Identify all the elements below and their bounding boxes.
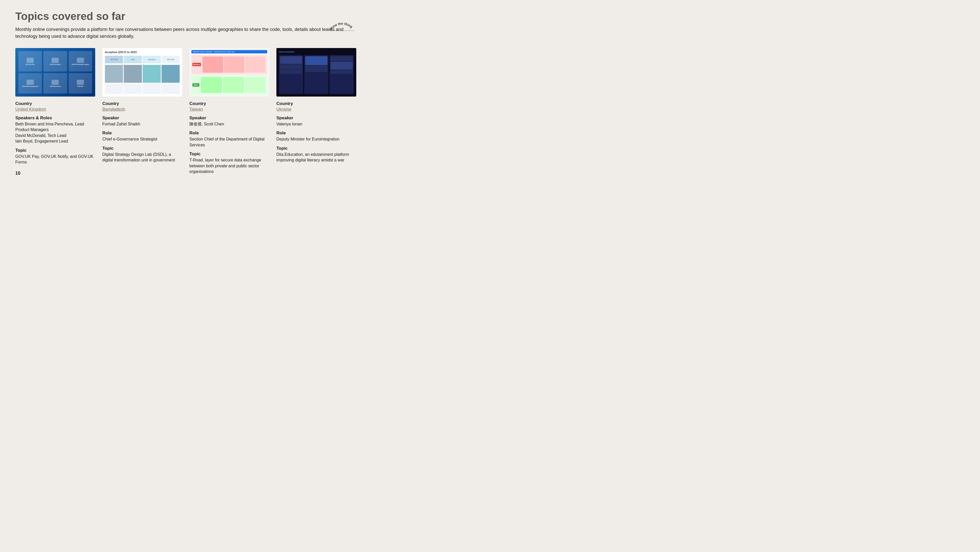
bd-seg-4: 2021-2022	[162, 56, 180, 63]
bd-seg-2: 2018	[124, 56, 142, 63]
ua-header-text: Diia ecosystem	[279, 51, 354, 53]
topic-section-tw: Topic T-Road, layer for secure data exch…	[189, 152, 269, 174]
country-label-uk: Country	[15, 101, 95, 106]
topic-label-tw: Topic	[189, 152, 269, 156]
topic-text-ua: Diia.Education, an edutainment platform …	[277, 152, 356, 163]
bd-timeline-title: Inception (2017) to 2023	[105, 51, 180, 54]
card-uk-content: Country United Kingdom Speakers & Roles …	[15, 101, 95, 176]
topic-label-bd: Topic	[102, 146, 182, 151]
topic-label-uk: Topic	[15, 148, 95, 153]
page-number: 10	[15, 171, 95, 176]
topic-text-tw: T-Road, layer for secure data exchange b…	[189, 157, 269, 174]
role-text-tw: Section Chief of the Department of Digit…	[189, 136, 269, 148]
country-section-ua: Country Ukraine	[277, 101, 356, 112]
speakers-text-uk: Beth Brown and Irina Pencheva, Lead Prod…	[15, 121, 95, 144]
card-uk: GOV.UK Pay GOV.UK Notify GOV.UK Design S…	[15, 48, 95, 176]
topic-section-ua: Topic Diia.Education, an edutainment pla…	[277, 146, 356, 163]
page-subtitle: Monthly online convenings provide a plat…	[15, 26, 347, 40]
topic-text-uk: GOV.UK Pay, GOV.UK Notify, and GOV.UK Fo…	[15, 154, 95, 165]
role-section-tw: Role Section Chief of the Department of …	[189, 131, 269, 148]
speaker-text-ua: Valeriya Ionan	[277, 121, 356, 127]
card-image-ua: Diia ecosystem	[277, 48, 356, 97]
card-tw-content: Country Taiwan Speaker 陳俊傑, Scott Chen R…	[189, 101, 269, 174]
role-section-ua: Role Deputy Minister for Eurointegration	[277, 131, 356, 142]
role-section-bd: Role Chief e-Governance Strategist	[102, 131, 182, 142]
role-label-ua: Role	[277, 131, 356, 136]
card-tw: MyData service example - Small Amount Cr…	[189, 48, 269, 176]
page-title: Topics covered so far	[15, 10, 356, 22]
speakers-section-uk: Speakers & Roles Beth Brown and Irina Pe…	[15, 115, 95, 144]
speaker-label-ua: Speaker	[277, 115, 356, 121]
logo: show the thing	[326, 8, 356, 38]
topic-section-uk: Topic GOV.UK Pay, GOV.UK Notify, and GOV…	[15, 148, 95, 165]
country-section-uk: Country United Kingdom	[15, 101, 95, 112]
role-label-bd: Role	[102, 131, 182, 136]
role-text-ua: Deputy Minister for Eurointegration	[277, 136, 356, 142]
card-bd-content: Country Bangladesh Speaker Forhad Zahid …	[102, 101, 182, 163]
speakers-label-uk: Speakers & Roles	[15, 115, 95, 121]
svg-text:show the thing: show the thing	[328, 22, 353, 31]
bd-seg-1: 2017-2018	[105, 56, 123, 63]
country-section-bd: Country Bangladesh	[102, 101, 182, 112]
country-name-ua[interactable]: Ukraine	[277, 107, 356, 112]
country-name-bd[interactable]: Bangladesh	[102, 107, 182, 112]
country-section-tw: Country Taiwan	[189, 101, 269, 112]
tw-before-row: Before	[191, 55, 267, 74]
speaker-label-tw: Speaker	[189, 115, 269, 121]
card-ua-content: Country Ukraine Speaker Valeriya Ionan R…	[277, 101, 356, 163]
country-label-bd: Country	[102, 101, 182, 106]
card-image-tw: MyData service example - Small Amount Cr…	[189, 48, 269, 97]
country-label-ua: Country	[277, 101, 356, 106]
speaker-section-bd: Speaker Forhad Zahid Shaikh	[102, 115, 182, 127]
speaker-section-tw: Speaker 陳俊傑, Scott Chen	[189, 115, 269, 127]
card-image-uk: GOV.UK Pay GOV.UK Notify GOV.UK Design S…	[15, 48, 95, 97]
speaker-text-tw: 陳俊傑, Scott Chen	[189, 121, 269, 127]
topic-label-ua: Topic	[277, 146, 356, 151]
topic-section-bd: Topic Digital Strategy Design Lab (DSDL)…	[102, 146, 182, 163]
card-image-bd: Inception (2017) to 2023 2017-2018 2018 …	[102, 48, 182, 97]
card-ua: Diia ecosystem Coun	[277, 48, 356, 176]
cards-grid: GOV.UK Pay GOV.UK Notify GOV.UK Design S…	[15, 48, 356, 176]
topic-text-bd: Digital Strategy Design Lab (DSDL), a di…	[102, 152, 182, 163]
tw-header: MyData service example - Small Amount Cr…	[191, 50, 267, 53]
speaker-section-ua: Speaker Valeriya Ionan	[277, 115, 356, 127]
tw-after-row: After	[191, 75, 267, 95]
bd-seg-3: 2019-2021	[143, 56, 161, 63]
card-bd: Inception (2017) to 2023 2017-2018 2018 …	[102, 48, 182, 176]
country-name-tw[interactable]: Taiwan	[189, 107, 269, 112]
speaker-text-bd: Forhad Zahid Shaikh	[102, 121, 182, 127]
speaker-label-bd: Speaker	[102, 115, 182, 121]
role-text-bd: Chief e-Governance Strategist	[102, 136, 182, 142]
country-label-tw: Country	[189, 101, 269, 106]
country-name-uk[interactable]: United Kingdom	[15, 107, 95, 112]
role-label-tw: Role	[189, 131, 269, 136]
